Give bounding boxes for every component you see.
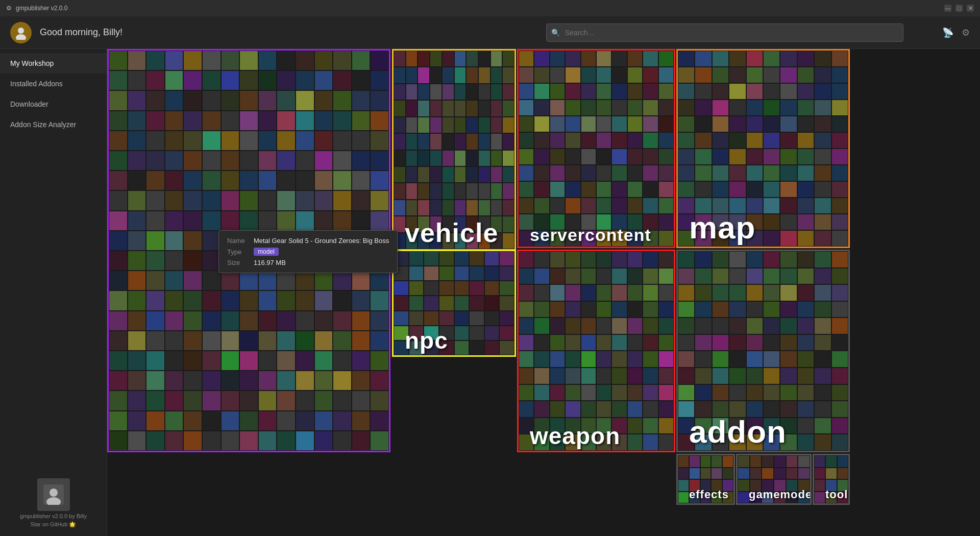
tooltip-type-label: Type xyxy=(227,248,248,256)
sidebar-footer-github[interactable]: Star on GitHub 🌟 xyxy=(31,521,77,528)
sidebar-item-my-workshop[interactable]: My Workshop xyxy=(0,53,107,74)
sidebar-item-downloader[interactable]: Downloader xyxy=(0,94,107,114)
treemap-segment-gamemode[interactable]: gamemode xyxy=(736,454,812,505)
treemap: // Generate cells inline - will be done … xyxy=(107,49,980,536)
tooltip: Name Metal Gear Solid 5 - Ground Zeroes:… xyxy=(218,230,398,273)
sidebar: My Workshop Installed Addons Downloader … xyxy=(0,49,107,536)
model-label xyxy=(109,445,389,451)
addon-label: addon xyxy=(678,413,848,451)
header: Good morning, Billy! 🔍 📡 ⚙ xyxy=(0,16,980,49)
map-label: map xyxy=(678,209,848,247)
search-container: 🔍 xyxy=(546,23,903,42)
settings-icon[interactable]: ⚙ xyxy=(962,27,970,38)
maximize-button[interactable]: □ xyxy=(955,5,963,12)
npc-label: npc xyxy=(394,326,514,355)
servercontent-label: servercontent xyxy=(519,223,674,247)
search-icon: 🔍 xyxy=(551,29,560,37)
sidebar-footer-app-name: gmpublisher v2.0.0 by Billy xyxy=(20,513,87,519)
main-content: // Generate cells inline - will be done … xyxy=(107,49,980,536)
app-icon: ⚙ xyxy=(6,5,12,12)
vehicle-label: vehicle xyxy=(394,216,514,249)
treemap-segment-map[interactable]: map xyxy=(676,49,850,248)
tooltip-name-value: Metal Gear Solid 5 - Ground Zeroes: Big … xyxy=(254,237,389,245)
header-icons: 📡 ⚙ xyxy=(942,27,970,38)
effects-label: effects xyxy=(678,486,733,503)
body: My Workshop Installed Addons Downloader … xyxy=(0,49,980,536)
treemap-segment-tool[interactable]: tool xyxy=(813,454,850,505)
svg-point-3 xyxy=(50,489,58,497)
close-button[interactable]: ✕ xyxy=(967,5,974,12)
sidebar-footer: gmpublisher v2.0.0 by Billy Star on GitH… xyxy=(0,470,107,536)
treemap-segment-npc[interactable]: npc xyxy=(392,250,516,357)
sidebar-footer-avatar xyxy=(37,478,70,511)
treemap-segment-effects[interactable]: effects xyxy=(676,454,735,505)
titlebar-controls: — □ ✕ xyxy=(944,5,974,12)
tooltip-size-label: Size xyxy=(227,259,248,266)
treemap-segment-vehicle[interactable]: vehicle xyxy=(392,49,516,251)
minimize-button[interactable]: — xyxy=(944,5,951,12)
svg-point-0 xyxy=(18,28,24,34)
tooltip-type-badge: model xyxy=(254,248,279,256)
search-input[interactable] xyxy=(546,23,903,42)
titlebar: ⚙ gmpublisher v2.0.0 — □ ✕ xyxy=(0,0,980,16)
titlebar-title: ⚙ gmpublisher v2.0.0 xyxy=(6,5,67,12)
greeting: Good morning, Billy! xyxy=(40,27,122,38)
avatar xyxy=(10,22,32,43)
notifications-icon[interactable]: 📡 xyxy=(942,27,953,38)
app-container: Good morning, Billy! 🔍 📡 ⚙ My Workshop I… xyxy=(0,16,980,536)
sidebar-item-addon-size-analyzer[interactable]: Addon Size Analyzer xyxy=(0,114,107,135)
tooltip-size-value: 116.97 MB xyxy=(254,259,286,266)
sidebar-item-installed-addons[interactable]: Installed Addons xyxy=(0,74,107,94)
svg-point-1 xyxy=(16,34,26,40)
gamemode-label: gamemode xyxy=(738,486,810,503)
treemap-segment-weapon[interactable]: weapon xyxy=(517,250,675,452)
treemap-segment-addon[interactable]: addon xyxy=(676,250,850,452)
tool-label: tool xyxy=(814,486,848,503)
treemap-segment-servercontent[interactable]: servercontent xyxy=(517,49,675,248)
weapon-label: weapon xyxy=(519,421,674,451)
tooltip-name-label: Name xyxy=(227,237,248,245)
